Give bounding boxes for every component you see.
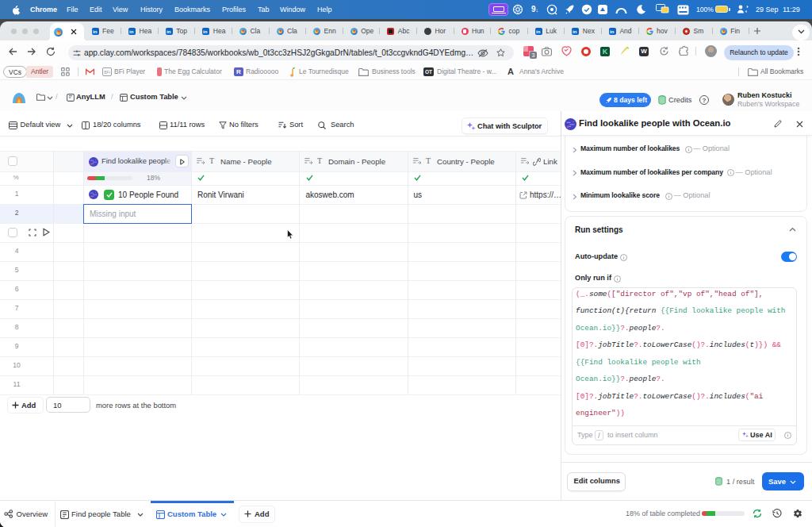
svg-text:in: in: [203, 29, 208, 34]
svg-text:in: in: [573, 29, 577, 34]
svg-text:in: in: [610, 29, 615, 34]
svg-text:in: in: [129, 29, 134, 34]
svg-text:in: in: [167, 29, 171, 34]
svg-text:in: in: [536, 29, 541, 34]
svg-text:in: in: [93, 29, 98, 34]
